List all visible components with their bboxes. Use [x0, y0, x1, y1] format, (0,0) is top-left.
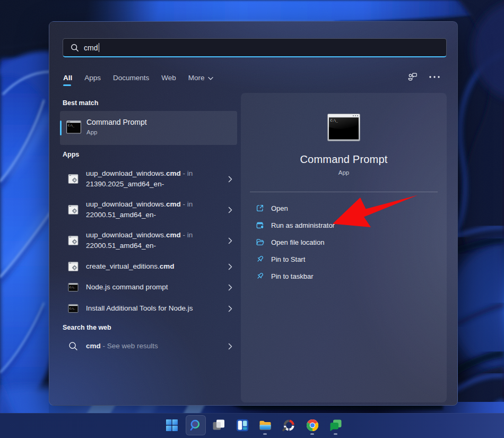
chevron-right-icon	[228, 305, 232, 312]
more-options-icon[interactable]	[429, 75, 440, 79]
action-label: Open	[271, 204, 288, 212]
web-result-list: cmd - See web results	[60, 336, 237, 357]
app-result-row[interactable]: C:\. Node.js command prompt	[60, 277, 237, 298]
batch-file-icon	[68, 204, 79, 215]
command-prompt-icon-large: C:\_	[327, 114, 360, 141]
pin-icon	[256, 272, 264, 280]
tab-more[interactable]: More	[188, 74, 213, 82]
search-icon	[68, 341, 78, 351]
running-indicator	[263, 433, 267, 435]
preview-title: Command Prompt	[241, 153, 447, 166]
svg-text:C:\_: C:\_	[331, 118, 338, 123]
result-text: uup_download_windows.cmd - in21390.2025_…	[86, 168, 193, 190]
chrome-button[interactable]	[306, 419, 319, 432]
action-label: Pin to taskbar	[271, 272, 314, 280]
command-prompt-icon: C:\.	[68, 282, 79, 293]
chevron-right-icon	[228, 263, 232, 270]
taskbar	[0, 413, 504, 438]
search-flyout-panel: cmd All Apps Documents Web More Best mat…	[49, 21, 458, 406]
search-query-text: cmd	[84, 44, 98, 52]
running-indicator	[334, 433, 337, 435]
widgets-button[interactable]	[236, 419, 249, 432]
result-text: create_virtual_editions.cmd	[86, 261, 175, 272]
command-prompt-icon: C:\_	[66, 121, 81, 134]
apps-result-list: uup_download_windows.cmd - in21390.2025_…	[60, 164, 237, 319]
batch-file-icon	[68, 174, 79, 184]
result-text-part: 22000.51_amd64_en-	[86, 242, 156, 250]
best-match-result[interactable]: C:\_ Command Prompt App	[60, 111, 237, 145]
tab-more-label: More	[188, 74, 205, 82]
desktop: cmd All Apps Documents Web More Best mat…	[0, 0, 504, 438]
action-label: Pin to Start	[271, 255, 305, 263]
best-match-heading: Best match	[63, 99, 98, 107]
best-match-title: Command Prompt	[86, 118, 147, 126]
result-text-match: cmd	[166, 231, 181, 239]
ring-utility-button[interactable]	[282, 419, 295, 432]
text-caret	[99, 43, 99, 52]
app-result-row[interactable]: uup_download_windows.cmd - in22000.51_am…	[60, 194, 237, 225]
result-text: cmd - See web results	[86, 341, 158, 351]
batch-file-icon	[68, 235, 79, 246]
chevron-right-icon	[228, 343, 232, 350]
chevron-down-icon	[208, 77, 213, 80]
search-icon	[71, 44, 79, 52]
action-list: Open Run as administrator Open file loca…	[241, 200, 447, 285]
result-text-match: cmd	[166, 200, 181, 208]
result-text-part: - in	[181, 169, 193, 177]
divider	[250, 192, 438, 192]
result-text-part: uup_download_windows.	[86, 231, 166, 239]
result-text-part: Node.js command prompt	[86, 283, 168, 291]
result-text-match: cmd	[160, 262, 175, 270]
action-label: Open file location	[271, 238, 324, 246]
app-result-row[interactable]: uup_download_windows.cmd - in21390.2025_…	[60, 164, 237, 194]
tab-documents[interactable]: Documents	[113, 74, 149, 82]
action-pin-to-taskbar[interactable]: Pin to taskbar	[241, 268, 447, 285]
action-pin-to-start[interactable]: Pin to Start	[241, 251, 447, 268]
result-text-part: - in	[181, 231, 193, 239]
search-button[interactable]	[189, 419, 202, 432]
chevron-right-icon	[228, 176, 232, 183]
run-as-admin-icon	[256, 221, 264, 229]
tab-web[interactable]: Web	[161, 74, 176, 82]
running-indicator	[310, 433, 314, 435]
tab-apps[interactable]: Apps	[84, 74, 101, 82]
search-input[interactable]: cmd	[63, 38, 447, 57]
result-text-match: cmd	[86, 342, 101, 350]
result-text-part: 22000.51_amd64_en-	[86, 211, 156, 219]
task-view-button[interactable]	[212, 419, 225, 432]
app-result-row[interactable]: C:\. Install Additional Tools for Node.j…	[60, 298, 237, 319]
file-explorer-button[interactable]	[259, 419, 272, 432]
result-text-part: uup_download_windows.	[86, 200, 166, 208]
start-button[interactable]	[166, 419, 178, 432]
result-text-part: - in	[181, 200, 193, 208]
app-result-row[interactable]: uup_download_windows.cmd - in22000.51_am…	[60, 225, 237, 256]
apps-heading: Apps	[63, 151, 79, 158]
pin-icon	[256, 255, 264, 263]
chevron-right-icon	[228, 284, 232, 291]
result-text: uup_download_windows.cmd - in22000.51_am…	[86, 199, 193, 220]
action-open[interactable]: Open	[241, 200, 447, 217]
result-text-part: uup_download_windows.	[86, 169, 166, 177]
chevron-right-icon	[228, 237, 232, 244]
result-text-part: create_virtual_editions.	[86, 262, 160, 270]
result-text-match: cmd	[166, 169, 181, 177]
best-match-subtitle: App	[86, 129, 97, 135]
feedback-account-icon[interactable]	[407, 72, 418, 82]
chat-button[interactable]	[329, 419, 342, 432]
web-result-row[interactable]: cmd - See web results	[60, 336, 237, 357]
svg-text:C:\_: C:\_	[68, 124, 75, 127]
preview-subtitle: App	[241, 169, 447, 176]
selected-tab-indicator	[63, 84, 71, 86]
action-open-file-location[interactable]: Open file location	[241, 234, 447, 251]
result-text: uup_download_windows.cmd - in22000.51_am…	[86, 230, 193, 251]
svg-text:C:\.: C:\.	[69, 286, 75, 289]
result-text: Install Additional Tools for Node.js	[86, 303, 193, 314]
header-icons	[407, 72, 440, 82]
web-heading: Search the web	[63, 324, 111, 331]
action-run-as-administrator[interactable]: Run as administrator	[241, 217, 447, 234]
tab-all[interactable]: All	[63, 74, 72, 82]
result-text: Node.js command prompt	[86, 282, 168, 293]
command-prompt-icon: C:\.	[68, 303, 79, 314]
result-text-part: Install Additional Tools for Node.js	[86, 304, 193, 312]
app-result-row[interactable]: create_virtual_editions.cmd	[60, 256, 237, 277]
